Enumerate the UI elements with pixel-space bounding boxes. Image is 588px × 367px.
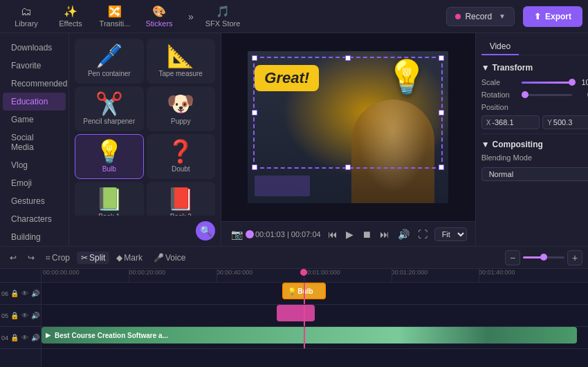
sticker-bulb[interactable]: 💡 Bulb: [75, 134, 144, 179]
mark-button[interactable]: ◆ Mark: [112, 252, 147, 264]
sidebar-item-game[interactable]: Game: [3, 111, 66, 129]
blend-row: Blending Mode: [481, 153, 588, 162]
sidebar-item-social-media[interactable]: Social Media: [3, 129, 66, 156]
sticker-tape-measure-icon: 📐: [167, 45, 194, 67]
tab-library[interactable]: 🗂 Library: [6, 3, 47, 30]
mark-icon: ◆: [116, 253, 122, 263]
scale-slider[interactable]: [522, 82, 572, 84]
track-04-main-clip[interactable]: ▶ Best Course Creation Software a...: [42, 327, 577, 344]
tab-stickers[interactable]: 🎨 Stickers: [138, 3, 180, 30]
ruler-spacer: [0, 269, 41, 283]
rotation-slider[interactable]: [522, 94, 572, 96]
zoom-slider[interactable]: [523, 256, 564, 258]
blend-mode-select[interactable]: Normal: [481, 167, 588, 181]
sidebar-item-downloads[interactable]: Downloads: [3, 39, 66, 57]
track-06-controls: 06 🔒 👁 🔊: [0, 283, 41, 305]
track-04-lock[interactable]: 🔒: [10, 333, 19, 343]
rotation-row: Rotation 0.0°: [481, 91, 588, 99]
divider: [481, 133, 588, 134]
rotation-label: Rotation: [481, 91, 517, 99]
video-preview: Great! 💡 📷: [221, 33, 475, 246]
sticker-pencil-sharpener[interactable]: ✂️ Pencil sharpener: [75, 86, 144, 131]
position-y-field[interactable]: Y 500.3: [542, 115, 588, 129]
track-05-row: [42, 305, 588, 327]
prev-frame-button[interactable]: ⏮: [327, 227, 339, 241]
track-05-lock[interactable]: 🔒: [10, 311, 19, 321]
sidebar-item-education[interactable]: Education: [3, 93, 66, 111]
track-04-visibility[interactable]: 👁: [20, 333, 29, 343]
sticker-puppy[interactable]: 🐶 Puppy: [147, 86, 216, 131]
fit-select[interactable]: Fit: [434, 227, 467, 241]
sticker-doubt[interactable]: ❓ Doubt: [147, 134, 216, 179]
sticker-doubt-icon: ❓: [167, 140, 194, 162]
track-04-controls: 04 🔒 👁 🔊: [0, 327, 41, 349]
fullscreen-button[interactable]: ⛶: [416, 227, 429, 241]
track-04-video-icon: ▶: [46, 332, 50, 339]
volume-button[interactable]: 🔊: [396, 227, 411, 241]
more-tabs-icon[interactable]: »: [183, 8, 199, 25]
sidebar-item-gestures[interactable]: Gestures: [3, 192, 66, 210]
scale-row: Scale 100%: [481, 78, 588, 86]
top-bar: 🗂 Library ✨ Effects 🔀 Transiti... 🎨 Stic…: [0, 0, 588, 33]
sticker-doubt-label: Doubt: [172, 165, 190, 173]
sticker-pencil-sharpener-label: Pencil sharpener: [83, 117, 135, 125]
progress-thumb[interactable]: [246, 230, 254, 238]
scale-thumb[interactable]: [569, 79, 576, 86]
rotation-thumb[interactable]: [522, 91, 529, 98]
playhead-line-05: [304, 305, 305, 326]
search-button[interactable]: 🔍: [196, 221, 215, 241]
track-04-audio[interactable]: 🔊: [30, 333, 39, 343]
play-button[interactable]: ▶: [344, 227, 355, 241]
sticker-puppy-icon: 🐶: [167, 93, 194, 115]
sidebar: Downloads Favorite Recommended Education…: [0, 33, 69, 246]
ruler-tick-3: 00:01:00:000: [304, 269, 340, 276]
track-05-visibility[interactable]: 👁: [20, 311, 29, 321]
zoom-group: − +: [505, 250, 582, 265]
x-value: -368.1: [492, 118, 513, 126]
sidebar-item-building[interactable]: Building: [3, 228, 66, 246]
track-06-visibility[interactable]: 👁: [20, 289, 29, 299]
track-main: 00:00:00.000 00:00:20:000 00:00:40:000 0…: [42, 269, 588, 367]
zoom-thumb[interactable]: [540, 254, 547, 261]
sidebar-item-vlog[interactable]: Vlog: [3, 156, 66, 174]
track-05-audio[interactable]: 🔊: [30, 311, 39, 321]
redo-button[interactable]: ↪: [24, 252, 39, 264]
export-button[interactable]: ⬆ Export: [523, 6, 582, 27]
tab-sfx[interactable]: 🎵 SFX Store: [202, 3, 244, 30]
sidebar-item-recommended[interactable]: Recommended: [3, 75, 66, 93]
crop-button[interactable]: ⌗ Crop: [42, 252, 74, 264]
track-06-lock[interactable]: 🔒: [10, 289, 19, 299]
split-button[interactable]: ✂ Split: [77, 252, 109, 264]
main-content: Downloads Favorite Recommended Education…: [0, 33, 588, 246]
zoom-in-button[interactable]: +: [567, 250, 582, 265]
voice-button[interactable]: 🎤 Voice: [149, 252, 190, 264]
sticker-book2[interactable]: 📕 Book 2: [147, 182, 216, 216]
sticker-bulb-icon: 💡: [95, 140, 123, 162]
track-04-clip-label: Best Course Creation Software a...: [55, 332, 168, 339]
sticker-tape-measure[interactable]: 📐 Tape measure: [147, 39, 216, 84]
zoom-out-button[interactable]: −: [505, 250, 520, 265]
position-x-field[interactable]: X -368.1: [481, 115, 540, 129]
record-button[interactable]: Record ▼: [446, 7, 515, 26]
track-06-clip-label: 💡 Bulb: [288, 288, 313, 295]
sidebar-item-favorite[interactable]: Favorite: [3, 57, 66, 75]
sticker-book1[interactable]: 📗 Book 1: [75, 182, 144, 216]
stop-button[interactable]: ⏹: [360, 227, 373, 241]
scale-fill: [522, 82, 572, 84]
tab-transitions[interactable]: 🔀 Transiti...: [94, 3, 136, 30]
sticker-pen-container[interactable]: 🖊️ Pen container: [75, 39, 144, 84]
video-frame: Great! 💡: [248, 51, 448, 203]
snapshot-button[interactable]: 📷: [230, 227, 244, 241]
track-05-clip[interactable]: [277, 305, 315, 321]
next-frame-button[interactable]: ⏭: [378, 227, 391, 241]
tab-effects[interactable]: ✨ Effects: [50, 3, 91, 30]
preview-area: Great! 💡: [221, 33, 475, 221]
sidebar-item-emoji[interactable]: Emoji: [3, 174, 66, 192]
undo-button[interactable]: ↩: [6, 252, 21, 264]
great-sticker-overlay: Great!: [255, 65, 319, 91]
sidebar-item-characters[interactable]: Characters: [3, 210, 66, 228]
track-06-audio[interactable]: 🔊: [30, 289, 39, 299]
tab-video[interactable]: Video: [481, 39, 519, 55]
sticker-bulb-label: Bulb: [102, 165, 116, 173]
stickers-icon: 🎨: [152, 5, 166, 18]
